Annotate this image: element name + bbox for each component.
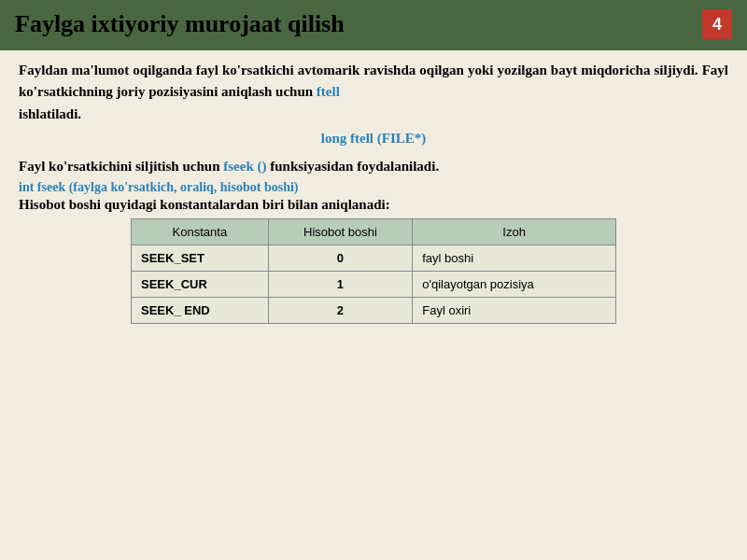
table-row: SEEK_CUR 1 o'qilayotgan pozisiya: [132, 272, 616, 298]
row3-izoh: Fayl oxiri: [413, 298, 616, 324]
row2-izoh: o'qilayotgan pozisiya: [413, 272, 616, 298]
intro-paragraph: Fayldan ma'lumot oqilganda fayl ko'rsatk…: [19, 60, 728, 125]
row3-konstanta: SEEK_ END: [132, 298, 269, 324]
intro-text-before-ftell: Fayldan ma'lumot oqilganda fayl ko'rsatk…: [19, 63, 728, 99]
row1-konstanta: SEEK_SET: [132, 245, 269, 272]
long-ftell-signature: long ftell (FILE*): [19, 131, 728, 147]
int-fseek-signature: int fseek (faylga ko'rsatkich, oraliq, h…: [19, 180, 728, 195]
seek-text-before: Fayl ko'rsatkichini siljitish uchun: [19, 159, 219, 174]
main-content: Fayldan ma'lumot oqilganda fayl ko'rsatk…: [0, 50, 747, 331]
intro-text-after-ftell: ishlatiladi.: [19, 106, 81, 121]
table-row: SEEK_SET 0 fayl boshi: [132, 245, 616, 272]
col-header-izoh: Izoh: [413, 219, 616, 245]
fseek-link: fseek (): [223, 159, 266, 174]
table-header-row: Konstanta Hisobot boshi Izoh: [132, 219, 616, 245]
ftell-link: ftell: [317, 84, 340, 99]
hisobot-title: Hisobot boshi quyidagi konstantalardan b…: [19, 197, 728, 213]
table-row: SEEK_ END 2 Fayl oxiri: [132, 298, 616, 324]
header-bar: Faylga ixtiyoriy murojaat qilish 4: [0, 0, 747, 49]
table-wrapper: Konstanta Hisobot boshi Izoh SEEK_SET 0 …: [19, 218, 728, 324]
seek-text-after: funksiyasidan foydalaniladi.: [270, 159, 439, 174]
row2-konstanta: SEEK_CUR: [132, 272, 269, 298]
row1-hisobot: 0: [268, 245, 413, 272]
constants-table: Konstanta Hisobot boshi Izoh SEEK_SET 0 …: [131, 218, 616, 324]
row3-hisobot: 2: [268, 298, 413, 324]
page-number-badge: 4: [702, 9, 732, 39]
seek-paragraph: Fayl ko'rsatkichini siljitish uchun fsee…: [19, 156, 728, 177]
page-container: Faylga ixtiyoriy murojaat qilish 4 Fayld…: [0, 0, 747, 560]
row1-izoh: fayl boshi: [413, 245, 616, 272]
col-header-hisobot: Hisobot boshi: [268, 219, 413, 245]
row2-hisobot: 1: [268, 272, 413, 298]
col-header-konstanta: Konstanta: [132, 219, 269, 245]
page-title: Faylga ixtiyoriy murojaat qilish: [15, 10, 345, 38]
